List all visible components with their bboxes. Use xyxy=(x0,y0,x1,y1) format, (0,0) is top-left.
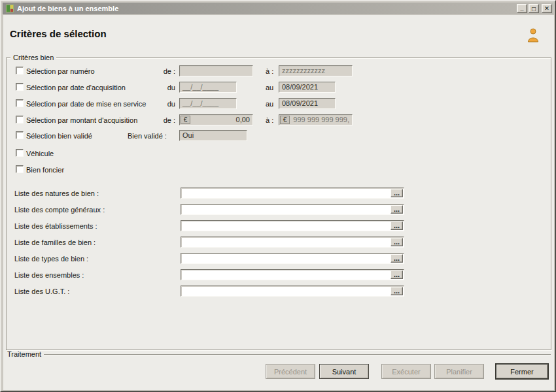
liste-familles-label: Liste de familles de bien : xyxy=(14,238,96,247)
liste-natures-input[interactable]: ... xyxy=(181,188,404,199)
date-acquisition-to-input[interactable]: 08/09/2021 xyxy=(279,82,336,93)
numero-to-input[interactable]: zzzzzzzzzzzz xyxy=(279,65,353,76)
row-date-acquisition: Sélection par date d'acquisition du __/_… xyxy=(7,82,551,95)
close-button[interactable]: ✕ xyxy=(542,4,552,13)
app-icon xyxy=(6,5,14,12)
precedent-button[interactable]: Précédent xyxy=(266,364,315,379)
traitement-divider xyxy=(44,354,551,355)
selection-numero-checkbox[interactable] xyxy=(16,67,24,74)
bien-valide-checkbox[interactable] xyxy=(16,131,24,139)
row-liste-ugt: Liste des U.G.T. : ... xyxy=(7,286,551,299)
selection-numero-label: Sélection par numéro xyxy=(26,67,95,76)
montant-from-value: 0,00 xyxy=(236,116,250,124)
to-label: au xyxy=(266,83,273,92)
titlebar[interactable]: Ajout de biens à un ensemble _ □ ✕ xyxy=(3,3,553,14)
browse-button[interactable]: ... xyxy=(391,221,403,230)
from-label: de : xyxy=(153,67,175,76)
row-bien-foncier: Bien foncier xyxy=(7,164,551,177)
dialog-body: Critères de sélection Critères bien Séle… xyxy=(3,15,554,390)
to-label: au xyxy=(266,99,273,108)
date-acquisition-from-value: __/__/____ xyxy=(182,83,218,91)
row-bien-valide: Sélection bien validé Bien validé : Oui xyxy=(7,130,551,143)
row-vehicule: Véhicule xyxy=(7,148,551,161)
date-acquisition-checkbox[interactable] xyxy=(16,83,24,91)
bien-valide-label: Sélection bien validé xyxy=(26,131,92,140)
from-label: du xyxy=(153,83,175,92)
liste-ensembles-input[interactable]: ... xyxy=(181,269,404,280)
row-liste-ensembles: Liste des ensembles : ... xyxy=(7,269,551,282)
bien-foncier-label: Bien foncier xyxy=(26,165,64,174)
row-liste-types: Liste de types de bien : ... xyxy=(7,253,551,266)
date-mise-en-service-label: Sélection par date de mise en service xyxy=(26,99,146,108)
user-icon xyxy=(527,28,539,42)
browse-button[interactable]: ... xyxy=(391,205,403,214)
row-liste-familles: Liste de familles de bien : ... xyxy=(7,237,551,250)
browse-button[interactable]: ... xyxy=(391,270,403,279)
criteria-groupbox: Critères bien Sélection par numéro de : … xyxy=(6,57,551,350)
montant-to-input[interactable]: € 999 999 999 999, xyxy=(279,114,353,125)
montant-acquisition-label: Sélection par montant d'acquisition xyxy=(26,116,137,125)
liste-natures-label: Liste des natures de bien : xyxy=(14,189,99,198)
to-label: à : xyxy=(266,116,273,125)
liste-ugt-input[interactable]: ... xyxy=(181,286,404,297)
bien-valide-input[interactable]: Oui xyxy=(179,130,247,141)
bien-valide-field-label: Bien validé : xyxy=(128,131,167,140)
row-date-mise-en-service: Sélection par date de mise en service du… xyxy=(7,98,551,111)
browse-button[interactable]: ... xyxy=(391,254,403,263)
liste-types-input[interactable]: ... xyxy=(181,253,404,264)
bien-foncier-checkbox[interactable] xyxy=(16,165,24,173)
vehicule-label: Véhicule xyxy=(26,149,54,158)
dialog-window: Ajout de biens à un ensemble _ □ ✕ Critè… xyxy=(0,0,556,392)
executer-button[interactable]: Exécuter xyxy=(381,364,431,379)
suivant-button[interactable]: Suivant xyxy=(319,364,369,379)
date-acquisition-to-value: 08/09/2021 xyxy=(282,83,318,91)
browse-button[interactable]: ... xyxy=(391,189,403,197)
row-liste-comptes: Liste des compte généraux : ... xyxy=(7,204,551,217)
liste-comptes-label: Liste des compte généraux : xyxy=(14,205,105,214)
liste-etablissements-label: Liste des établissements : xyxy=(14,221,97,231)
traitement-label: Traitement xyxy=(7,350,41,358)
liste-familles-input[interactable]: ... xyxy=(181,237,404,248)
date-mise-en-service-from-input[interactable]: __/__/____ xyxy=(179,98,237,109)
browse-button[interactable]: ... xyxy=(391,238,403,246)
window-controls: _ □ ✕ xyxy=(517,4,552,13)
planifier-button[interactable]: Planifier xyxy=(434,364,484,379)
window-title: Ajout de biens à un ensemble xyxy=(17,5,517,12)
to-label: à : xyxy=(266,67,273,76)
fermer-button[interactable]: Fermer xyxy=(496,364,548,379)
browse-button[interactable]: ... xyxy=(391,287,403,295)
row-liste-etablissements: Liste des établissements : ... xyxy=(7,220,551,233)
numero-to-value: zzzzzzzzzzzz xyxy=(282,67,325,75)
bien-valide-value: Oui xyxy=(182,131,194,140)
liste-ensembles-label: Liste des ensembles : xyxy=(14,270,84,280)
date-mise-en-service-to-input[interactable]: 08/09/2021 xyxy=(279,98,336,109)
date-acquisition-label: Sélection par date d'acquisition xyxy=(26,83,126,92)
maximize-button[interactable]: □ xyxy=(529,4,539,13)
minimize-button[interactable]: _ xyxy=(517,4,527,13)
row-montant-acquisition: Sélection par montant d'acquisition de :… xyxy=(7,114,551,127)
euro-icon: € xyxy=(280,116,290,124)
date-mise-en-service-checkbox[interactable] xyxy=(16,99,24,107)
from-label: du xyxy=(153,99,175,108)
montant-acquisition-checkbox[interactable] xyxy=(16,116,24,123)
page-title: Critères de sélection xyxy=(10,28,107,39)
date-acquisition-from-input[interactable]: __/__/____ xyxy=(179,82,237,93)
numero-from-input[interactable] xyxy=(179,65,253,76)
liste-types-label: Liste de types de bien : xyxy=(14,254,88,263)
liste-ugt-label: Liste des U.G.T. : xyxy=(14,287,69,296)
liste-comptes-input[interactable]: ... xyxy=(181,204,404,215)
liste-etablissements-input[interactable]: ... xyxy=(181,220,404,231)
row-selection-numero: Sélection par numéro de : à : zzzzzzzzzz… xyxy=(7,65,551,78)
euro-icon: € xyxy=(181,116,190,124)
vehicule-checkbox[interactable] xyxy=(16,149,24,157)
from-label: de : xyxy=(153,116,175,125)
montant-from-input[interactable]: € 0,00 xyxy=(179,114,253,125)
montant-to-value: 999 999 999 999, xyxy=(293,116,349,124)
date-mise-en-service-to-value: 08/09/2021 xyxy=(282,99,318,108)
date-mise-en-service-from-value: __/__/____ xyxy=(182,99,218,108)
row-liste-natures: Liste des natures de bien : ... xyxy=(7,188,551,201)
groupbox-label: Critères bien xyxy=(10,53,56,62)
